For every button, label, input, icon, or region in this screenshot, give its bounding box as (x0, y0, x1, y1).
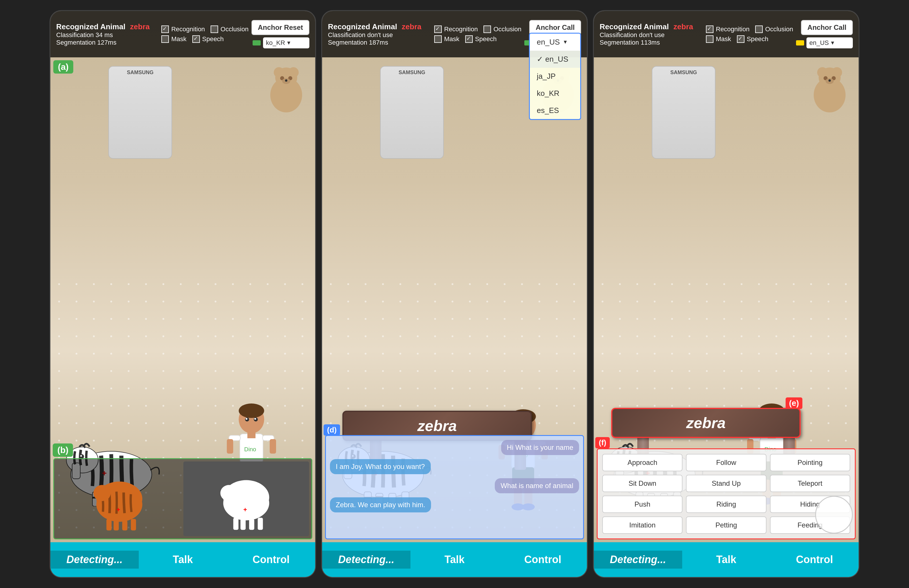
svg-point-7 (285, 79, 287, 82)
bottom-btn-detecting---[interactable]: Detecting... (594, 551, 682, 569)
checkbox-label: Speech (475, 36, 497, 43)
checkbox-box[interactable] (755, 26, 763, 33)
control-label-badge: (f) (595, 437, 610, 448)
bottom-btn-detecting---[interactable]: Detecting... (50, 551, 139, 569)
svg-text:+: + (243, 506, 247, 513)
checkbox-box[interactable] (434, 36, 442, 43)
animal-name: zebra (673, 22, 693, 31)
dropdown-item-ko_KR[interactable]: ko_KR (530, 85, 580, 102)
checkbox-occlusion[interactable]: Occlusion (483, 26, 522, 33)
lang-dropdown[interactable]: ko_KR ▼ (263, 37, 309, 48)
checkbox-box[interactable] (483, 26, 491, 33)
lang-indicator (253, 40, 261, 45)
bottom-btn-control[interactable]: Control (499, 551, 587, 569)
lang-value: en_US (809, 39, 829, 47)
bottom-btn-talk[interactable]: Talk (410, 551, 499, 569)
language-dropdown: en_US ▼en_USja_JPko_KRes_ES(c) (529, 33, 581, 120)
samsung-appliance: SAMSUNG (108, 66, 172, 159)
checkbox-mask[interactable]: Mask (434, 36, 459, 43)
svg-point-94 (817, 67, 828, 78)
checkbox-box[interactable] (737, 36, 744, 43)
checkbox-recognition[interactable]: Recognition (706, 26, 749, 33)
svg-point-95 (832, 67, 842, 78)
checkbox-box[interactable] (434, 26, 442, 33)
checkbox-label: Speech (202, 36, 224, 43)
checkbox-recognition[interactable]: Recognition (434, 26, 478, 33)
bottom-btn-control[interactable]: Control (770, 551, 859, 569)
svg-rect-51 (249, 519, 254, 530)
control-btn-approach[interactable]: Approach (602, 454, 683, 471)
samsung-appliance: SAMSUNG (652, 66, 715, 159)
checkbox-occlusion[interactable]: Occlusion (755, 26, 793, 33)
dropdown-item-en_US[interactable]: en_US (530, 51, 580, 68)
anchor-button[interactable]: Anchor Call (801, 20, 853, 35)
checkbox-box[interactable] (161, 36, 169, 43)
joystick[interactable] (815, 496, 853, 533)
bottom-bar: Detecting...TalkControl (594, 542, 859, 577)
dropdown-item-ja_JP[interactable]: ja_JP (530, 68, 580, 85)
checkbox-speech[interactable]: Speech (192, 36, 224, 43)
control-btn-push[interactable]: Push (602, 496, 683, 513)
checkbox-recognition[interactable]: Recognition (161, 26, 205, 33)
checkbox-label: Recognition (444, 26, 478, 33)
seg-white: + (183, 461, 309, 536)
top-info: Recognized AnimalzebraClassification don… (328, 22, 431, 46)
bottom-btn-talk[interactable]: Talk (682, 551, 770, 569)
animal-name: zebra (130, 22, 150, 31)
control-btn-riding[interactable]: Riding (686, 496, 766, 513)
checkbox-mask[interactable]: Mask (161, 36, 187, 43)
badge-a: (a) (53, 60, 73, 74)
checkboxes: RecognitionOcclusionMaskSpeech (434, 26, 522, 43)
recognized-label: Recognized Animal (328, 22, 397, 31)
bottom-btn-talk[interactable]: Talk (139, 551, 227, 569)
checkboxes: RecognitionOcclusionMaskSpeech (161, 26, 249, 43)
detecting-text: Detecting... (338, 554, 394, 565)
control-btn-follow[interactable]: Follow (686, 454, 766, 471)
bottom-btn-detecting---[interactable]: Detecting... (322, 551, 410, 569)
top-bar: Recognized AnimalzebraClassification don… (594, 11, 859, 57)
control-btn-teleport[interactable]: Teleport (770, 475, 850, 492)
lang-value: ko_KR (266, 39, 285, 47)
control-btn-petting[interactable]: Petting (686, 517, 766, 534)
recognized-label: Recognized Animal (600, 22, 669, 31)
dropdown-item-es_ES[interactable]: es_ES (530, 102, 580, 119)
svg-rect-41 (106, 519, 111, 530)
chevron-down-icon: ▼ (563, 39, 568, 45)
detecting-text: Detecting... (66, 554, 123, 565)
checkbox-occlusion[interactable]: Occlusion (211, 26, 249, 33)
checkbox-box[interactable] (192, 36, 200, 43)
checkbox-label: Occlusion (765, 26, 793, 33)
dropdown-label-badge: (c) (529, 33, 543, 33)
checkbox-box[interactable] (706, 36, 714, 43)
control-btn-sit-down[interactable]: Sit Down (602, 475, 683, 492)
svg-rect-42 (113, 520, 119, 530)
svg-text:Dino: Dino (244, 446, 256, 452)
checkbox-label: Recognition (171, 26, 205, 33)
svg-rect-29 (247, 433, 255, 438)
lang-dropdown[interactable]: en_US ▼ (806, 37, 853, 48)
checkbox-box[interactable] (161, 26, 169, 33)
checkbox-mask[interactable]: Mask (706, 36, 731, 43)
checkbox-speech[interactable]: Speech (465, 36, 497, 43)
animal-name: zebra (402, 22, 421, 31)
checkbox-box[interactable] (706, 26, 714, 33)
checkbox-box[interactable] (211, 26, 218, 33)
chevron-down-icon: ▼ (830, 40, 835, 46)
control-panel: (f)ApproachFollowPointingSit DownStand U… (597, 448, 856, 540)
bottom-btn-control[interactable]: Control (227, 551, 315, 569)
svg-text:+: + (116, 506, 120, 513)
recognized-label: Recognized Animal (56, 22, 126, 31)
control-btn-pointing[interactable]: Pointing (770, 454, 850, 471)
panel-2: SAMSUNG (593, 10, 859, 578)
detecting-text: Detecting... (610, 554, 666, 565)
anchor-button[interactable]: Anchor Reset (252, 20, 309, 35)
sign-text: zebra (620, 414, 791, 431)
control-btn-imitation[interactable]: Imitation (602, 517, 683, 534)
bottom-bar: Detecting...TalkControl (50, 542, 315, 577)
badge-b: (b) (53, 443, 73, 457)
svg-point-48 (220, 485, 238, 501)
svg-rect-49 (233, 518, 238, 530)
control-btn-stand-up[interactable]: Stand Up (686, 475, 766, 492)
checkbox-box[interactable] (465, 36, 473, 43)
checkbox-speech[interactable]: Speech (737, 36, 769, 43)
